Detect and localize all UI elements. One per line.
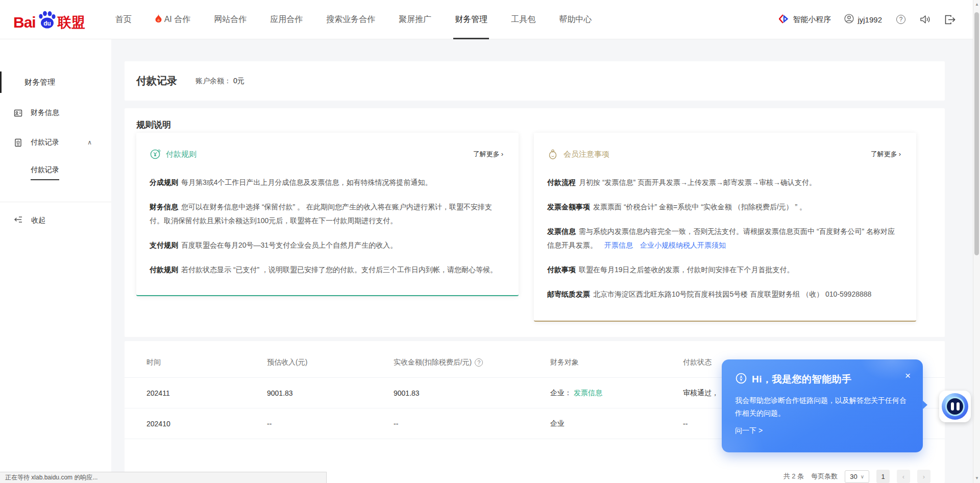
browser-status-bar: 正在等待 xlab.baidu.com 的响应... <box>0 472 327 483</box>
logo-text-bai: Bai <box>13 15 36 30</box>
page-header-card: 付款记录 账户余额： 0元 <box>125 61 945 101</box>
sidebar: 财务管理 财务信息 付款记录 ∧ 付款记录 收起 <box>0 39 111 483</box>
cell-time: 202410 <box>146 420 267 428</box>
flame-icon <box>155 14 162 25</box>
nav-item-help-center[interactable]: 帮助中心 <box>547 0 603 39</box>
learn-more-link-member-notices[interactable]: 了解更多› <box>871 150 901 159</box>
logout-icon[interactable] <box>944 14 955 25</box>
sidebar-collapse-button[interactable]: 收起 <box>0 215 111 225</box>
subcard-title: 付款规则 <box>166 150 197 159</box>
user-account[interactable]: jyj1992 <box>844 14 882 25</box>
next-page-button[interactable]: › <box>917 470 930 483</box>
rule-paragraph: 发票信息需与系统内发票信息内容完全一致，否则无法支付。请根据发票信息页面中 “百… <box>547 225 901 252</box>
logo-text-du: du <box>43 20 51 27</box>
cell-estimated: 9001.83 <box>267 389 394 397</box>
nav-item-app-cooperation[interactable]: 应用合作 <box>258 0 314 39</box>
assistant-message: 我会帮助您诊断合作链路问题，以及解答您关于任何合作相关的问题。 <box>735 394 909 420</box>
rule-paragraph: 财务信息您可以在财务信息中选择 “保留付款” 。 在此期间您产生的收入将在账户内… <box>150 200 503 228</box>
member-notices-subcard: 会员注意事项 了解更多› 付款流程月初按 “发票信息” 页面开具发票→上传发票→… <box>534 133 916 322</box>
top-navigation-bar: Bai du 联盟 首页 AI 合作 网站合作 应用合作 搜索业务合作 聚屏推广… <box>0 0 980 39</box>
page-scrollbar[interactable]: ▲ ▼ <box>973 0 980 483</box>
topnav-right-group: 智能小程序 jyj1992 ? <box>779 13 980 26</box>
subcard-title: 会员注意事项 <box>564 150 609 159</box>
chevron-right-icon: › <box>899 150 901 158</box>
info-icon[interactable]: ? <box>475 358 483 367</box>
learn-more-link-payment-rules[interactable]: 了解更多› <box>473 150 503 159</box>
page-size-select[interactable]: 30 ∨ <box>845 470 869 483</box>
member-notices-icon <box>547 149 558 160</box>
invoice-info-link[interactable]: 开票信息 <box>604 241 633 249</box>
finance-info-icon <box>14 109 22 117</box>
rule-paragraph: 付款流程月初按 “发票信息” 页面开具发票→上传发票→邮寄发票→审核→确认支付。 <box>547 176 901 189</box>
chevron-up-icon[interactable]: ∧ <box>87 139 92 146</box>
invoice-info-table-link[interactable]: 发票信息 <box>574 389 602 397</box>
close-icon[interactable]: × <box>905 371 911 380</box>
nav-item-screen-promotion[interactable]: 聚屏推广 <box>387 0 443 39</box>
rule-paragraph: 支付规则百度联盟会在每月20号—31号支付企业会员上个自然月产生的收入。 <box>150 238 503 252</box>
rule-paragraph: 付款事项联盟在每月19日之后签收的发票，付款时间安排在下个月首批支付。 <box>547 263 901 277</box>
nav-item-home[interactable]: 首页 <box>104 0 143 39</box>
nav-item-website-cooperation[interactable]: 网站合作 <box>202 0 258 39</box>
robot-icon <box>942 393 968 420</box>
col-header-actual-amount: 实收金额(扣除税费后/元) ? <box>394 358 550 367</box>
small-taxpayer-guide-link[interactable]: 企业小规模纳税人开票须知 <box>640 241 726 249</box>
help-icon[interactable]: ? <box>895 14 906 25</box>
payment-records-icon <box>14 138 22 147</box>
rule-paragraph: 邮寄纸质发票北京市海淀区西北旺东路10号院百度科技园5号楼 百度联盟财务组 （收… <box>547 287 901 301</box>
dropdown-icon: ∨ <box>861 474 864 479</box>
sidebar-subitem-payment-records[interactable]: 付款记录 <box>0 165 111 180</box>
assistant-robot-button[interactable] <box>939 391 971 422</box>
balance-value: 0元 <box>233 77 244 85</box>
nav-item-finance-management[interactable]: 财务管理 <box>443 0 499 39</box>
scroll-down-arrow-icon[interactable]: ▼ <box>973 476 980 480</box>
account-balance: 账户余额： 0元 <box>195 77 244 86</box>
page-number-1[interactable]: 1 <box>876 470 890 483</box>
scrollbar-thumb[interactable] <box>974 12 979 255</box>
rules-card: 规则说明 付款规则 了解更多› 分成规则每月第3或4个工作日产出上月分成信息及发… <box>125 108 945 337</box>
username: jyj1992 <box>857 15 882 24</box>
nav-item-search-cooperation[interactable]: 搜索业务合作 <box>314 0 387 39</box>
baidu-union-logo[interactable]: Bai du 联盟 <box>13 9 85 30</box>
page-size-label: 每页条数 <box>811 472 838 481</box>
rule-paragraph: 付款规则若付款状态显示 “已支付” ，说明联盟已安排了您的付款。支付后三个工作日… <box>150 263 503 277</box>
cell-finance-target: 企业 <box>550 419 683 428</box>
col-header-time: 时间 <box>146 358 267 367</box>
cell-actual: -- <box>394 420 550 428</box>
nav-item-ai-cooperation[interactable]: AI 合作 <box>143 0 203 39</box>
page-title: 付款记录 <box>136 74 177 88</box>
balance-label: 账户余额： <box>195 77 231 85</box>
scroll-up-arrow-icon[interactable]: ▲ <box>973 2 980 7</box>
chevron-right-icon: › <box>501 150 503 158</box>
payment-rules-subcard: 付款规则 了解更多› 分成规则每月第3或4个工作日产出上月分成信息及发票信息，如… <box>136 133 519 296</box>
sound-icon[interactable] <box>920 14 931 25</box>
baidu-paw-icon: du <box>37 10 57 32</box>
sidebar-item-payment-records[interactable]: 付款记录 ∧ <box>0 138 111 147</box>
rules-section-title: 规则说明 <box>125 108 945 131</box>
collapse-icon <box>14 215 23 225</box>
cell-finance-target: 企业： 发票信息 <box>550 389 683 398</box>
miniapp-diamond-icon <box>779 13 789 26</box>
rule-paragraph: 分成规则每月第3或4个工作日产出上月分成信息及发票信息，如有特殊情况将提前通知。 <box>150 176 503 189</box>
cell-estimated: -- <box>267 420 394 428</box>
sidebar-divider <box>0 202 111 202</box>
rule-paragraph: 发票金额事项发票票面 “价税合计” 金额=系统中 “实收金额 （扣除税费后/元）… <box>547 200 901 214</box>
col-header-estimated-income: 预估收入(元) <box>267 358 394 367</box>
payment-rules-icon <box>150 149 161 160</box>
main-menu: 首页 AI 合作 网站合作 应用合作 搜索业务合作 聚屏推广 财务管理 工具包 … <box>104 0 604 39</box>
pagination: 共 2 条 每页条数 30 ∨ 1 ‹ › <box>783 470 930 483</box>
assistant-title: Hi，我是您的智能助手 <box>752 373 852 386</box>
sidebar-item-finance-info[interactable]: 财务信息 <box>0 108 111 117</box>
prev-page-button[interactable]: ‹ <box>897 470 910 483</box>
compass-icon <box>735 372 747 387</box>
nav-item-toolkit[interactable]: 工具包 <box>499 0 547 39</box>
logo-text-union: 联盟 <box>58 15 85 30</box>
user-icon <box>844 14 854 25</box>
col-header-finance-target: 财务对象 <box>550 358 683 367</box>
cell-time: 202411 <box>146 389 267 397</box>
sidebar-section-title: 财务管理 <box>0 77 111 88</box>
smart-assistant-popup: Hi，我是您的智能助手 × 我会帮助您诊断合作链路问题，以及解答您关于任何合作相… <box>722 359 923 452</box>
smart-miniapp-entry[interactable]: 智能小程序 <box>779 13 831 26</box>
cell-actual: 9001.83 <box>394 389 550 397</box>
total-count: 共 2 条 <box>783 472 804 481</box>
ask-now-link[interactable]: 问一下 > <box>735 426 910 436</box>
